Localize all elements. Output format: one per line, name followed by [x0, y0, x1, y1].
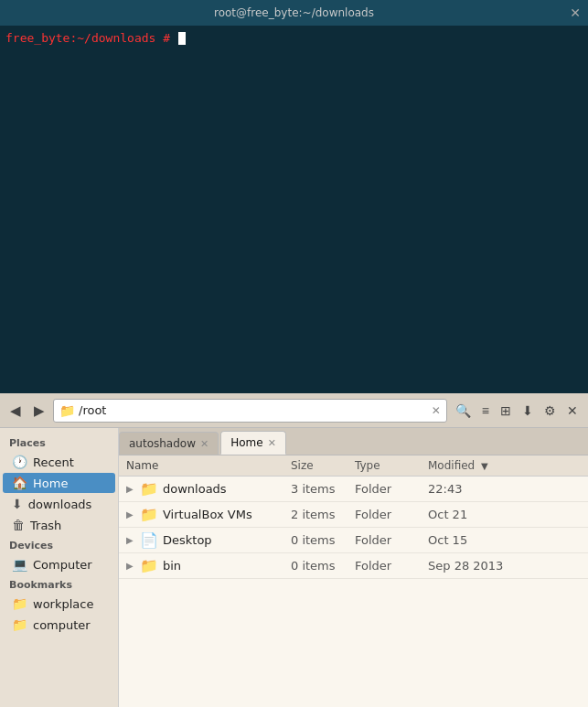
- file-size: 3 items: [283, 477, 347, 502]
- expand-icon: ▶: [126, 561, 135, 571]
- terminal-close-button[interactable]: ✕: [570, 5, 581, 20]
- location-folder-icon: 📁: [59, 403, 75, 418]
- table-header-row: Name Size Type Modified ▼: [119, 455, 588, 477]
- file-type: Folder: [347, 528, 421, 553]
- close-button[interactable]: ✕: [562, 401, 583, 421]
- workplace-icon: 📁: [12, 596, 27, 611]
- sidebar-item-home-label: Home: [33, 477, 68, 490]
- location-bar[interactable]: 📁 /root ✕: [53, 399, 447, 423]
- terminal-titlebar: root@free_byte:~/downloads ✕: [0, 0, 588, 26]
- sidebar-item-workplace[interactable]: 📁 workplace: [3, 594, 115, 614]
- sidebar-item-trash-label: Trash: [30, 519, 61, 532]
- forward-button[interactable]: ▶: [29, 400, 49, 422]
- computer-bookmark-icon: 📁: [12, 617, 27, 632]
- table-row[interactable]: ▶ 📁 bin 0 items Folder Sep 28 2013: [119, 553, 588, 579]
- file-type-icon: 📄: [140, 531, 158, 549]
- home-icon: 🏠: [12, 476, 27, 490]
- file-name: Desktop: [163, 533, 212, 547]
- expand-icon: ▶: [126, 484, 135, 494]
- file-modified: Oct 21: [421, 502, 588, 528]
- terminal-prompt: free_byte:~/downloads #: [5, 31, 177, 45]
- fm-main: autoshadow ✕ Home ✕ Name Size Type: [119, 428, 588, 707]
- tab-autoshadow[interactable]: autoshadow ✕: [119, 432, 219, 455]
- tab-home[interactable]: Home ✕: [220, 431, 286, 455]
- tab-home-label: Home: [230, 436, 262, 449]
- sidebar-item-workplace-label: workplace: [33, 597, 93, 611]
- file-size: 2 items: [283, 502, 347, 528]
- file-name-cell: ▶ 📄 Desktop: [126, 531, 276, 549]
- sidebar-item-downloads-label: downloads: [28, 498, 92, 511]
- file-modified: Sep 28 2013: [421, 553, 588, 579]
- file-name-cell: ▶ 📁 downloads: [126, 480, 276, 498]
- computer-icon: 💻: [12, 557, 27, 572]
- list-view-button[interactable]: ≡: [477, 401, 494, 421]
- sidebar-item-recent[interactable]: 🕐 Recent: [3, 452, 115, 472]
- fm-toolbar: ◀ ▶ 📁 /root ✕ 🔍 ≡ ⊞ ⬇ ⚙ ✕: [0, 393, 588, 428]
- file-type-icon: 📁: [140, 480, 158, 498]
- sidebar-section-bookmarks: Bookmarks: [0, 575, 118, 593]
- back-button[interactable]: ◀: [5, 400, 26, 422]
- file-size: 0 items: [283, 553, 347, 579]
- file-name: VirtualBox VMs: [163, 508, 252, 521]
- fm-tabs: autoshadow ✕ Home ✕: [119, 428, 588, 455]
- trash-icon: 🗑: [12, 518, 25, 532]
- sidebar-item-computer[interactable]: 💻 Computer: [3, 554, 115, 574]
- terminal-title: root@free_byte:~/downloads: [214, 6, 374, 19]
- sidebar-section-places: Places: [0, 434, 118, 451]
- file-name-cell: ▶ 📁 bin: [126, 557, 276, 574]
- sidebar-section-devices: Devices: [0, 536, 118, 553]
- recent-icon: 🕐: [12, 455, 27, 469]
- sidebar-item-computer-label: Computer: [33, 558, 92, 572]
- sidebar-item-downloads[interactable]: ⬇ downloads: [3, 494, 115, 514]
- tab-home-close[interactable]: ✕: [268, 437, 276, 449]
- file-modified: Oct 15: [421, 528, 588, 553]
- tab-autoshadow-label: autoshadow: [129, 437, 196, 450]
- expand-icon: ▶: [126, 535, 135, 545]
- file-type: Folder: [347, 553, 421, 579]
- location-clear-button[interactable]: ✕: [432, 404, 441, 417]
- fm-table: Name Size Type Modified ▼ ▶ 📁 downloads …: [119, 455, 588, 579]
- col-header-type[interactable]: Type: [347, 455, 421, 477]
- search-button[interactable]: 🔍: [451, 401, 476, 421]
- file-name-cell: ▶ 📁 VirtualBox VMs: [126, 506, 276, 523]
- terminal-cursor: [178, 32, 186, 45]
- table-row[interactable]: ▶ 📄 Desktop 0 items Folder Oct 15: [119, 528, 588, 553]
- col-header-size[interactable]: Size: [283, 455, 347, 477]
- table-row[interactable]: ▶ 📁 downloads 3 items Folder 22:43: [119, 477, 588, 502]
- file-type: Folder: [347, 477, 421, 502]
- file-name: downloads: [163, 482, 227, 496]
- col-header-name[interactable]: Name: [119, 455, 283, 477]
- file-size: 0 items: [283, 528, 347, 553]
- downloads-icon: ⬇: [12, 497, 23, 511]
- sidebar-item-recent-label: Recent: [33, 455, 74, 469]
- expand-icon: ▶: [126, 509, 135, 520]
- fm-table-container: Name Size Type Modified ▼ ▶ 📁 downloads …: [119, 455, 588, 707]
- tab-autoshadow-close[interactable]: ✕: [200, 438, 208, 450]
- file-type-icon: 📁: [140, 506, 158, 523]
- file-name: bin: [163, 559, 181, 573]
- location-text: /root: [79, 403, 106, 417]
- terminal-window: root@free_byte:~/downloads ✕ free_byte:~…: [0, 0, 588, 393]
- fm-content: Places 🕐 Recent 🏠 Home ⬇ downloads 🗑 Tra…: [0, 428, 588, 707]
- file-modified: 22:43: [421, 477, 588, 502]
- download-button[interactable]: ⬇: [518, 401, 538, 421]
- sidebar-item-home[interactable]: 🏠 Home: [3, 473, 115, 493]
- sidebar-item-computer-bookmark[interactable]: 📁 computer: [3, 615, 115, 635]
- col-header-modified[interactable]: Modified ▼: [421, 455, 588, 477]
- table-row[interactable]: ▶ 📁 VirtualBox VMs 2 items Folder Oct 21: [119, 502, 588, 528]
- file-type: Folder: [347, 502, 421, 528]
- toolbar-right: 🔍 ≡ ⊞ ⬇ ⚙ ✕: [451, 401, 583, 421]
- sort-arrow: ▼: [481, 461, 488, 471]
- grid-view-button[interactable]: ⊞: [496, 401, 516, 421]
- fm-sidebar: Places 🕐 Recent 🏠 Home ⬇ downloads 🗑 Tra…: [0, 428, 119, 707]
- settings-button[interactable]: ⚙: [540, 401, 561, 421]
- sidebar-item-computer-bookmark-label: computer: [33, 618, 91, 632]
- file-manager: ◀ ▶ 📁 /root ✕ 🔍 ≡ ⊞ ⬇ ⚙ ✕ Places 🕐 Recen…: [0, 393, 588, 707]
- terminal-body[interactable]: free_byte:~/downloads #: [0, 26, 588, 393]
- file-type-icon: 📁: [140, 557, 158, 574]
- sidebar-item-trash[interactable]: 🗑 Trash: [3, 515, 115, 535]
